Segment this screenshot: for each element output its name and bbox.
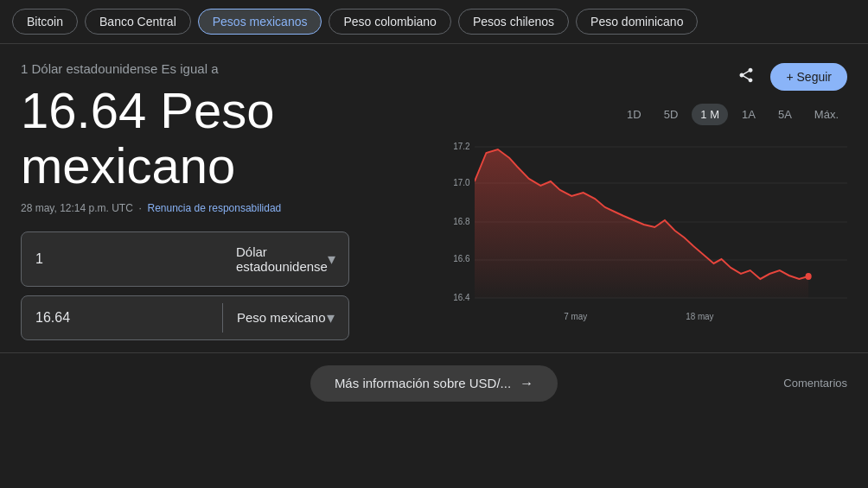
to-currency-label: Peso mexicano [237, 310, 326, 325]
from-amount-input[interactable] [22, 232, 222, 286]
comments-link[interactable]: Comentarios [783, 377, 847, 390]
disclaimer-link[interactable]: Renuncia de responsabilidad [148, 202, 282, 214]
nav-tab-bitcoin[interactable]: Bitcoin [12, 9, 78, 35]
timestamp: 28 may, 12:14 p.m. UTC · Renuncia de res… [21, 202, 418, 214]
nav-tab-pesos-chilenos[interactable]: Pesos chilenos [458, 9, 569, 35]
from-currency-selector[interactable]: Dólar estadounidense ▾ [222, 232, 349, 286]
time-range-1-m[interactable]: 1 M [692, 104, 728, 125]
nav-tab-banco-central[interactable]: Banco Central [85, 9, 191, 35]
nav-tab-pesos-mexicanos[interactable]: Pesos mexicanos [198, 9, 322, 35]
left-section: 1 Dólar estadounidense Es igual a 16.64 … [21, 61, 418, 340]
time-range-5d[interactable]: 5D [655, 104, 687, 125]
chart-svg: 17.2 17.0 16.8 16.6 16.4 [436, 134, 847, 333]
main-content: 1 Dólar estadounidense Es igual a 16.64 … [0, 44, 868, 340]
top-nav: BitcoinBanco CentralPesos mexicanosPeso … [0, 0, 868, 44]
share-icon [737, 67, 755, 84]
converter-widget: Dólar estadounidense ▾ Peso mexicano ▾ [21, 231, 349, 340]
follow-button[interactable]: + Seguir [770, 63, 847, 91]
time-range-1d[interactable]: 1D [618, 104, 650, 125]
svg-text:16.6: 16.6 [453, 254, 469, 264]
top-actions: + Seguir [436, 61, 847, 92]
main-conversion-value: 16.64 Peso mexicano [21, 83, 418, 193]
svg-text:18 may: 18 may [686, 312, 714, 322]
time-range-1a[interactable]: 1A [733, 104, 764, 125]
to-currency-row: Peso mexicano ▾ [21, 295, 349, 340]
svg-text:7 may: 7 may [564, 312, 588, 322]
from-currency-chevron: ▾ [328, 250, 335, 269]
svg-point-11 [806, 273, 812, 280]
time-range-selector: 1D5D1 M1A5AMáx. [436, 104, 847, 125]
svg-text:16.8: 16.8 [453, 217, 469, 227]
arrow-icon: → [520, 376, 533, 391]
to-currency-selector[interactable]: Peso mexicano ▾ [223, 296, 348, 339]
time-range-máx.[interactable]: Máx. [806, 104, 847, 125]
more-info-button[interactable]: Más información sobre USD/... → [310, 365, 558, 402]
exchange-rate-chart: 17.2 17.0 16.8 16.6 16.4 [436, 134, 847, 333]
svg-text:17.2: 17.2 [453, 142, 469, 152]
nav-tab-peso-dominicano[interactable]: Peso dominicano [576, 9, 698, 35]
to-currency-chevron: ▾ [327, 308, 335, 327]
share-button[interactable] [732, 61, 760, 92]
time-range-5a[interactable]: 5A [769, 104, 801, 125]
subtitle: 1 Dólar estadounidense Es igual a [21, 61, 418, 76]
nav-tab-peso-colombiano[interactable]: Peso colombiano [329, 9, 450, 35]
right-section: + Seguir 1D5D1 M1A5AMáx. 17.2 17.0 [418, 61, 847, 340]
from-currency-row: Dólar estadounidense ▾ [21, 231, 349, 287]
from-currency-label: Dólar estadounidense [236, 244, 328, 274]
bottom-bar: Más información sobre USD/... → Comentar… [0, 352, 868, 414]
svg-text:17.0: 17.0 [453, 178, 469, 188]
svg-text:16.4: 16.4 [453, 293, 469, 303]
to-amount-input[interactable] [22, 296, 222, 339]
more-info-label: Más información sobre USD/... [335, 376, 511, 390]
